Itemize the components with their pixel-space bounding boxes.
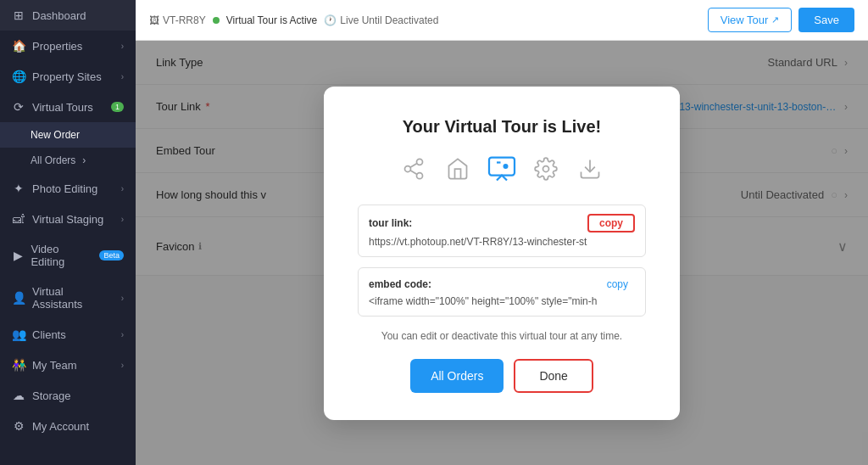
sidebar-item-label: Clients: [32, 328, 66, 341]
home-icon: [442, 154, 473, 184]
svg-point-7: [543, 165, 549, 171]
all-orders-button[interactable]: All Orders: [410, 359, 504, 393]
sidebar-item-label: Dashboard: [32, 9, 86, 22]
sidebar-item-video-editing[interactable]: ▶ Video Editing Beta: [0, 234, 136, 277]
svg-line-3: [410, 170, 417, 174]
view-tour-button[interactable]: View Tour ↗: [708, 8, 793, 32]
property-sites-icon: 🌐: [12, 70, 25, 83]
sidebar-item-label: All Orders: [31, 154, 75, 166]
external-link-icon: ↗: [771, 14, 779, 25]
clients-icon: 👥: [12, 328, 25, 341]
topbar: 🖼 VT-RR8Y Virtual Tour is Active 🕐 Live …: [136, 0, 868, 41]
virtual-staging-icon: 🛋: [12, 212, 25, 226]
sidebar-item-properties[interactable]: 🏠 Properties ›: [0, 31, 136, 61]
sidebar-item-photo-editing[interactable]: ✦ Photo Editing ›: [0, 173, 136, 204]
sidebar-item-my-team[interactable]: 👫 My Team ›: [0, 350, 136, 380]
embed-code-box: embed code: copy <iframe width="100%" he…: [358, 267, 646, 317]
share-icon: [398, 154, 429, 184]
status-dot: [213, 17, 220, 24]
sidebar-item-clients[interactable]: 👥 Clients ›: [0, 319, 136, 350]
sidebar-item-label: Photo Editing: [32, 182, 97, 195]
storage-icon: ☁: [12, 389, 25, 402]
settings-icon: [531, 154, 561, 184]
tour-id-text: VT-RR8Y: [163, 14, 206, 26]
status-label: Virtual Tour is Active: [226, 14, 318, 26]
sidebar: ⊞ Dashboard 🏠 Properties › 🌐 Property Si…: [0, 0, 136, 465]
photo-editing-icon: ✦: [12, 182, 25, 195]
sidebar-item-storage[interactable]: ☁ Storage: [0, 380, 136, 411]
save-button[interactable]: Save: [798, 8, 854, 32]
svg-line-4: [410, 163, 417, 167]
view-tour-label: View Tour: [721, 14, 769, 26]
video-editing-icon: ▶: [12, 249, 24, 262]
svg-rect-5: [489, 157, 515, 175]
my-account-icon: ⚙: [12, 419, 25, 433]
svg-point-6: [504, 164, 509, 169]
modal-actions: All Orders Done: [358, 359, 646, 393]
modal-icons: [358, 154, 646, 184]
embed-code-value: <iframe width="100%" height="100%" style…: [369, 295, 635, 307]
sidebar-item-label: Virtual Staging: [32, 213, 103, 226]
tour-link-box-header: tour link: copy: [369, 214, 635, 232]
embed-code-box-header: embed code: copy: [369, 277, 635, 292]
sidebar-item-virtual-staging[interactable]: 🛋 Virtual Staging ›: [0, 204, 136, 234]
modal-overlay: Your Virtual Tour is Live!: [136, 41, 868, 465]
sidebar-item-label: Storage: [32, 389, 71, 402]
sidebar-item-label: Properties: [32, 40, 82, 53]
tour-link-url: https://vt.photoup.net/VT-RR8Y/13-winche…: [369, 236, 635, 248]
topbar-actions: View Tour ↗ Save: [708, 8, 854, 32]
download-icon: [575, 154, 605, 184]
sidebar-item-virtual-tours[interactable]: ⟳ Virtual Tours 1: [0, 92, 136, 122]
modal-note: You can edit or deactivate this virtual …: [358, 330, 646, 342]
sidebar-item-label: Property Sites: [32, 70, 102, 83]
save-label: Save: [814, 14, 839, 26]
svg-point-1: [405, 165, 411, 171]
my-team-icon: 👫: [12, 358, 25, 372]
sidebar-item-all-orders[interactable]: All Orders ›: [0, 148, 136, 173]
modal-title: Your Virtual Tour is Live!: [358, 117, 646, 137]
live-text: 🕐 Live Until Deactivated: [324, 14, 438, 26]
sidebar-item-label: Virtual Tours: [32, 101, 93, 114]
done-button[interactable]: Done: [514, 359, 593, 393]
tour-link-box: tour link: copy https://vt.photoup.net/V…: [358, 204, 646, 257]
sidebar-item-label: New Order: [31, 129, 80, 141]
clock-icon: 🕐: [324, 14, 337, 26]
tour-link-box-label: tour link:: [369, 217, 412, 229]
sidebar-item-label: My Account: [32, 420, 89, 433]
sidebar-item-dashboard[interactable]: ⊞ Dashboard: [0, 0, 136, 31]
svg-point-2: [417, 172, 423, 178]
properties-icon: 🏠: [12, 39, 25, 53]
tour-id: 🖼 VT-RR8Y: [149, 14, 206, 26]
svg-point-0: [417, 159, 423, 165]
sidebar-item-new-order[interactable]: New Order: [0, 122, 136, 148]
sidebar-item-label: Virtual Assistants: [32, 285, 114, 311]
content-area: Link Type Standard URL › Tour Link * vt.…: [136, 41, 868, 465]
sidebar-item-label: My Team: [32, 359, 77, 372]
virtual-assistants-icon: 👤: [12, 291, 25, 305]
copy-embed-code-button[interactable]: copy: [600, 277, 635, 292]
copy-tour-link-button[interactable]: copy: [587, 214, 635, 232]
dashboard-icon: ⊞: [12, 8, 25, 22]
modal-dialog: Your Virtual Tour is Live!: [324, 87, 680, 420]
embed-code-box-label: embed code:: [369, 278, 431, 290]
sidebar-item-label: Video Editing: [31, 243, 89, 268]
sidebar-item-property-sites[interactable]: 🌐 Property Sites ›: [0, 61, 136, 92]
tour-live-icon: [487, 154, 517, 184]
live-label: Live Until Deactivated: [340, 14, 438, 26]
virtual-tours-icon: ⟳: [12, 100, 25, 114]
sidebar-item-my-account[interactable]: ⚙ My Account: [0, 411, 136, 441]
topbar-left: 🖼 VT-RR8Y Virtual Tour is Active 🕐 Live …: [149, 14, 698, 26]
main-area: 🖼 VT-RR8Y Virtual Tour is Active 🕐 Live …: [136, 0, 868, 465]
sidebar-item-virtual-assistants[interactable]: 👤 Virtual Assistants ›: [0, 277, 136, 319]
tour-icon: 🖼: [149, 14, 159, 26]
